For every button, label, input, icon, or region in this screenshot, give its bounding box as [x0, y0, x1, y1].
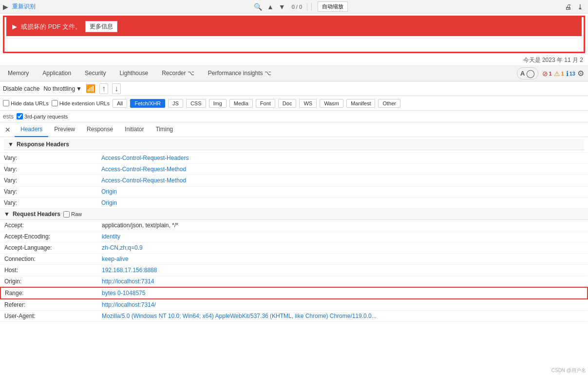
sub-tab-initiator[interactable]: Initiator [119, 122, 150, 137]
network-toolbar: Disable cache No throttling ▼ 📶 ↑ ↓ [0, 81, 588, 96]
settings-icon[interactable]: ⚙ [577, 69, 584, 78]
disable-cache-label: Disable cache [3, 85, 39, 92]
sub-tab-preview[interactable]: Preview [48, 122, 81, 137]
close-button[interactable]: ✕ [3, 125, 13, 135]
filter-media[interactable]: Media [229, 99, 253, 108]
download-icon[interactable]: ↓ [112, 83, 121, 94]
sub-tab-headers[interactable]: Headers [15, 122, 48, 137]
tab-memory[interactable]: Memory [1, 66, 36, 81]
pdf-error-message: 或损坏的 PDF 文件。 [21, 22, 81, 31]
pdf-reload-button[interactable]: 重新识别 [10, 1, 38, 12]
sub-tab-response[interactable]: Response [81, 122, 119, 137]
tab-recorder[interactable]: Recorder ⌥ [155, 66, 201, 81]
filter-ws[interactable]: WS [299, 99, 317, 108]
filter-js[interactable]: JS [168, 99, 183, 108]
date-info: 今天是 2023 年 11 月 2 [0, 55, 588, 66]
hide-data-urls-checkbox[interactable]: Hide data URLs [3, 100, 49, 106]
filter-font[interactable]: Font [256, 99, 275, 108]
table-row: Accept:application/json, text/plain, */* [0, 220, 588, 231]
next-page-icon[interactable]: ▼ [277, 3, 287, 11]
error-badge-red[interactable]: ⊘ 1 [542, 70, 552, 78]
search-icon[interactable]: 🔍 [252, 3, 264, 11]
request-headers-section: ▼ Request Headers Raw [0, 209, 588, 220]
filter-fetch-xhr[interactable]: Fetch/XHR [130, 99, 165, 108]
pdf-area: ▶ 重新识别 🔍 ▲ ▼ 0 / 0 自动缩放 🖨 ⤓ ▶ 或损坏的 PDF 文… [0, 0, 588, 55]
filter-img[interactable]: Img [209, 99, 227, 108]
tab-application[interactable]: Application [36, 66, 78, 81]
filter-wasm[interactable]: Wasm [320, 99, 343, 108]
table-row: Range:bytes 0-1048575 [0, 287, 588, 299]
ai-i-icon: ◯ [526, 69, 535, 78]
table-row: Connection:keep-alive [0, 254, 588, 265]
pdf-content-area: ▶ 或损坏的 PDF 文件。 更多信息 [0, 14, 588, 55]
table-row: Origin:http://localhost:7314 [0, 276, 588, 288]
error-badge-blue[interactable]: ℹ 13 [566, 70, 575, 78]
table-row: Referer:http://localhost:7314/ [0, 299, 588, 311]
table-row: Accept-Encoding:identity [0, 231, 588, 242]
table-row: Vary:Origin [0, 186, 588, 198]
download-icon[interactable]: ⤓ [575, 3, 585, 11]
tab-performance-insights[interactable]: Performance insights ⌥ [201, 66, 278, 81]
response-headers-table: ▼Response HeadersVary:Access-Control-Req… [0, 137, 588, 209]
filter-manifest[interactable]: Manifest [346, 99, 376, 108]
request-headers-table: Accept:application/json, text/plain, */*… [0, 220, 588, 322]
table-row: Vary:Access-Control-Request-Headers [0, 153, 588, 164]
tab-security[interactable]: Security [78, 66, 113, 81]
response-headers-section: ▼Response Headers [4, 139, 584, 150]
table-row: Vary:Access-Control-Request-Method [0, 175, 588, 186]
sub-tab-timing[interactable]: Timing [150, 122, 179, 137]
pdf-error-banner: ▶ 或损坏的 PDF 文件。 更多信息 [6, 17, 582, 36]
pdf-expand-icon[interactable]: ▶ [3, 3, 8, 11]
table-row: Accept-Language:zh-CN,zh;q=0.9 [0, 242, 588, 254]
error-badge-yellow[interactable]: ⚠ 1 [554, 70, 564, 78]
ai-icons-container[interactable]: A ◯ [517, 67, 538, 79]
tabs-row: Memory Application Security Lighthouse R… [0, 66, 588, 81]
headers-content: ▼Response HeadersVary:Access-Control-Req… [0, 137, 588, 376]
tab-lighthouse[interactable]: Lighthouse [113, 66, 155, 81]
table-row: Host:192.168.17.156:8888 [0, 265, 588, 276]
filter-doc[interactable]: Doc [278, 99, 297, 108]
table-row: User-Agent:Mozilla/5.0 (Windows NT 10.0;… [0, 311, 588, 322]
filter-css[interactable]: CSS [186, 99, 206, 108]
third-party-checkbox[interactable]: 3rd-party requests [17, 113, 68, 119]
filter-row: Hide data URLs Hide extension URLs All F… [0, 96, 588, 111]
table-row: Vary:Origin [0, 198, 588, 209]
pdf-nav-counter: 0 / 0 [289, 4, 305, 10]
ai-a-icon: A [520, 70, 525, 77]
table-row: Vary:Access-Control-Request-Method [0, 164, 588, 175]
throttle-dropdown-icon: ▼ [76, 85, 82, 92]
status-icons: A ◯ ⊘ 1 ⚠ 1 ℹ 13 ⚙ [517, 67, 587, 79]
upload-icon[interactable]: ↑ [99, 83, 108, 94]
hide-extension-urls-checkbox[interactable]: Hide extension URLs [52, 100, 110, 106]
print-icon[interactable]: 🖨 [563, 3, 573, 11]
auto-shrink-button[interactable]: 自动缩放 [318, 1, 348, 12]
pdf-more-info-button[interactable]: 更多信息 [85, 21, 117, 32]
third-party-row: ests 3rd-party requests [0, 111, 588, 122]
throttle-button[interactable]: No throttling ▼ [43, 85, 82, 92]
pdf-error-expand-icon[interactable]: ▶ [12, 23, 17, 30]
wifi-icon: 📶 [86, 84, 95, 93]
raw-checkbox[interactable]: Raw [63, 211, 82, 218]
pdf-toolbar: ▶ 重新识别 🔍 ▲ ▼ 0 / 0 自动缩放 🖨 ⤓ [0, 0, 588, 14]
filter-all[interactable]: All [113, 99, 127, 108]
prev-page-icon[interactable]: ▲ [266, 3, 275, 11]
sub-tabs: ✕ Headers Preview Response Initiator Tim… [0, 122, 588, 137]
filter-other[interactable]: Other [378, 99, 400, 108]
request-panel: ✕ Headers Preview Response Initiator Tim… [0, 122, 588, 376]
